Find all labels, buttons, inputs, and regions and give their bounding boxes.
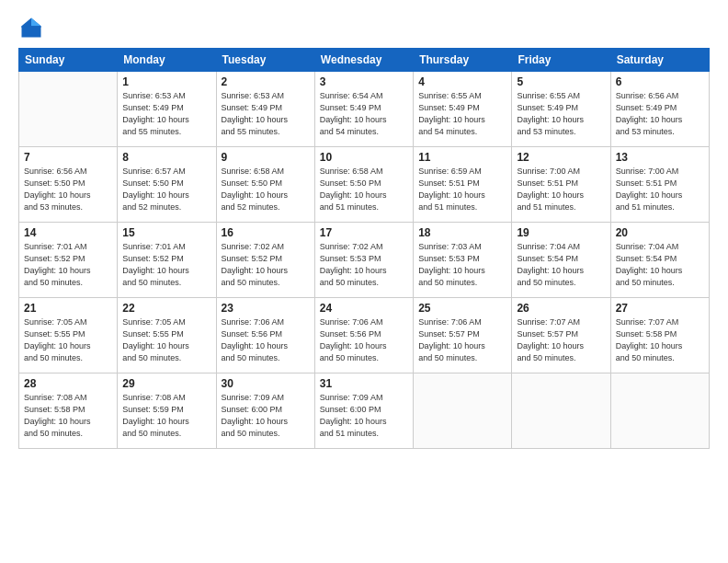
calendar-cell: 11Sunrise: 6:59 AMSunset: 5:51 PMDayligh… [414, 147, 512, 223]
calendar-cell: 18Sunrise: 7:03 AMSunset: 5:53 PMDayligh… [414, 223, 512, 298]
day-info: Sunrise: 7:00 AMSunset: 5:51 PMDaylight:… [517, 166, 605, 213]
calendar-day-header: Thursday [414, 49, 512, 72]
calendar-day-header: Saturday [610, 49, 709, 72]
calendar-day-header: Sunday [19, 49, 118, 72]
calendar-header-row: SundayMondayTuesdayWednesdayThursdayFrid… [19, 49, 710, 72]
calendar-cell: 7Sunrise: 6:56 AMSunset: 5:50 PMDaylight… [19, 147, 118, 223]
day-info: Sunrise: 7:07 AMSunset: 5:57 PMDaylight:… [517, 316, 605, 364]
header [18, 15, 710, 40]
calendar-cell: 6Sunrise: 6:56 AMSunset: 5:49 PMDaylight… [610, 72, 709, 147]
day-number: 17 [320, 226, 408, 239]
day-info: Sunrise: 6:56 AMSunset: 5:50 PMDaylight:… [24, 166, 112, 213]
calendar-cell: 24Sunrise: 7:06 AMSunset: 5:56 PMDayligh… [314, 298, 413, 373]
day-number: 2 [222, 75, 310, 88]
day-info: Sunrise: 7:09 AMSunset: 6:00 PMDaylight:… [222, 392, 310, 440]
day-info: Sunrise: 7:08 AMSunset: 5:58 PMDaylight:… [24, 392, 112, 440]
calendar-cell: 15Sunrise: 7:01 AMSunset: 5:52 PMDayligh… [118, 223, 216, 298]
day-number: 13 [616, 151, 704, 164]
day-info: Sunrise: 6:53 AMSunset: 5:49 PMDaylight:… [122, 90, 210, 138]
day-number: 28 [24, 377, 112, 390]
calendar-cell: 17Sunrise: 7:02 AMSunset: 5:53 PMDayligh… [314, 223, 413, 298]
day-number: 6 [616, 75, 704, 88]
day-number: 29 [122, 377, 210, 390]
day-number: 15 [122, 226, 210, 239]
logo [18, 15, 48, 40]
day-info: Sunrise: 7:06 AMSunset: 5:57 PMDaylight:… [418, 316, 506, 364]
calendar-cell: 26Sunrise: 7:07 AMSunset: 5:57 PMDayligh… [512, 298, 610, 373]
day-info: Sunrise: 7:01 AMSunset: 5:52 PMDaylight:… [24, 241, 112, 289]
calendar-cell: 12Sunrise: 7:00 AMSunset: 5:51 PMDayligh… [512, 147, 610, 223]
calendar-cell: 5Sunrise: 6:55 AMSunset: 5:49 PMDaylight… [512, 72, 610, 147]
calendar-cell [414, 373, 512, 449]
calendar-cell: 4Sunrise: 6:55 AMSunset: 5:49 PMDaylight… [414, 72, 512, 147]
day-number: 16 [222, 226, 310, 239]
calendar-cell: 23Sunrise: 7:06 AMSunset: 5:56 PMDayligh… [216, 298, 314, 373]
day-info: Sunrise: 6:58 AMSunset: 5:50 PMDaylight:… [222, 166, 310, 213]
calendar-cell: 19Sunrise: 7:04 AMSunset: 5:54 PMDayligh… [512, 223, 610, 298]
calendar-cell: 30Sunrise: 7:09 AMSunset: 6:00 PMDayligh… [216, 373, 314, 449]
day-info: Sunrise: 7:06 AMSunset: 5:56 PMDaylight:… [320, 316, 408, 364]
logo-icon [18, 15, 44, 40]
day-number: 10 [320, 151, 408, 164]
day-info: Sunrise: 7:07 AMSunset: 5:58 PMDaylight:… [616, 316, 704, 364]
calendar-cell: 29Sunrise: 7:08 AMSunset: 5:59 PMDayligh… [118, 373, 216, 449]
calendar-cell [512, 373, 610, 449]
day-info: Sunrise: 6:54 AMSunset: 5:49 PMDaylight:… [320, 90, 408, 138]
day-info: Sunrise: 7:00 AMSunset: 5:51 PMDaylight:… [616, 166, 704, 213]
day-number: 21 [24, 302, 112, 315]
calendar-cell: 25Sunrise: 7:06 AMSunset: 5:57 PMDayligh… [414, 298, 512, 373]
day-number: 22 [122, 302, 210, 315]
day-number: 31 [320, 377, 408, 390]
day-info: Sunrise: 6:55 AMSunset: 5:49 PMDaylight:… [418, 90, 506, 138]
svg-marker-1 [31, 18, 41, 27]
calendar-day-header: Monday [118, 49, 216, 72]
day-info: Sunrise: 7:02 AMSunset: 5:52 PMDaylight:… [222, 241, 310, 289]
calendar-day-header: Tuesday [216, 49, 314, 72]
calendar-cell: 13Sunrise: 7:00 AMSunset: 5:51 PMDayligh… [610, 147, 709, 223]
calendar-cell: 14Sunrise: 7:01 AMSunset: 5:52 PMDayligh… [19, 223, 118, 298]
calendar-cell: 20Sunrise: 7:04 AMSunset: 5:54 PMDayligh… [610, 223, 709, 298]
day-info: Sunrise: 6:59 AMSunset: 5:51 PMDaylight:… [418, 166, 506, 213]
calendar-cell: 10Sunrise: 6:58 AMSunset: 5:50 PMDayligh… [314, 147, 413, 223]
day-info: Sunrise: 7:04 AMSunset: 5:54 PMDaylight:… [616, 241, 704, 289]
calendar-cell: 16Sunrise: 7:02 AMSunset: 5:52 PMDayligh… [216, 223, 314, 298]
day-number: 25 [418, 302, 506, 315]
page: SundayMondayTuesdayWednesdayThursdayFrid… [0, 0, 728, 563]
calendar-cell: 21Sunrise: 7:05 AMSunset: 5:55 PMDayligh… [19, 298, 118, 373]
day-number: 23 [222, 302, 310, 315]
day-info: Sunrise: 6:57 AMSunset: 5:50 PMDaylight:… [122, 166, 210, 213]
calendar-cell: 31Sunrise: 7:09 AMSunset: 6:00 PMDayligh… [314, 373, 413, 449]
calendar-day-header: Friday [512, 49, 610, 72]
day-number: 1 [122, 75, 210, 88]
day-info: Sunrise: 7:03 AMSunset: 5:53 PMDaylight:… [418, 241, 506, 289]
day-info: Sunrise: 6:56 AMSunset: 5:49 PMDaylight:… [616, 90, 704, 138]
day-number: 5 [517, 75, 605, 88]
calendar-week-row: 21Sunrise: 7:05 AMSunset: 5:55 PMDayligh… [19, 298, 710, 373]
calendar-cell: 9Sunrise: 6:58 AMSunset: 5:50 PMDaylight… [216, 147, 314, 223]
day-info: Sunrise: 7:04 AMSunset: 5:54 PMDaylight:… [517, 241, 605, 289]
day-number: 27 [616, 302, 704, 315]
day-info: Sunrise: 6:58 AMSunset: 5:50 PMDaylight:… [320, 166, 408, 213]
day-info: Sunrise: 7:09 AMSunset: 6:00 PMDaylight:… [320, 392, 408, 440]
day-info: Sunrise: 6:55 AMSunset: 5:49 PMDaylight:… [517, 90, 605, 138]
calendar: SundayMondayTuesdayWednesdayThursdayFrid… [18, 48, 710, 449]
day-number: 7 [24, 151, 112, 164]
calendar-week-row: 14Sunrise: 7:01 AMSunset: 5:52 PMDayligh… [19, 223, 710, 298]
day-info: Sunrise: 7:01 AMSunset: 5:52 PMDaylight:… [122, 241, 210, 289]
calendar-week-row: 1Sunrise: 6:53 AMSunset: 5:49 PMDaylight… [19, 72, 710, 147]
day-info: Sunrise: 7:05 AMSunset: 5:55 PMDaylight:… [122, 316, 210, 364]
day-number: 26 [517, 302, 605, 315]
day-number: 12 [517, 151, 605, 164]
calendar-cell: 2Sunrise: 6:53 AMSunset: 5:49 PMDaylight… [216, 72, 314, 147]
calendar-cell [19, 72, 118, 147]
day-number: 24 [320, 302, 408, 315]
calendar-week-row: 28Sunrise: 7:08 AMSunset: 5:58 PMDayligh… [19, 373, 710, 449]
day-number: 9 [222, 151, 310, 164]
calendar-cell: 3Sunrise: 6:54 AMSunset: 5:49 PMDaylight… [314, 72, 413, 147]
day-number: 18 [418, 226, 506, 239]
calendar-cell: 8Sunrise: 6:57 AMSunset: 5:50 PMDaylight… [118, 147, 216, 223]
calendar-cell: 27Sunrise: 7:07 AMSunset: 5:58 PMDayligh… [610, 298, 709, 373]
calendar-cell: 1Sunrise: 6:53 AMSunset: 5:49 PMDaylight… [118, 72, 216, 147]
day-number: 3 [320, 75, 408, 88]
day-number: 11 [418, 151, 506, 164]
